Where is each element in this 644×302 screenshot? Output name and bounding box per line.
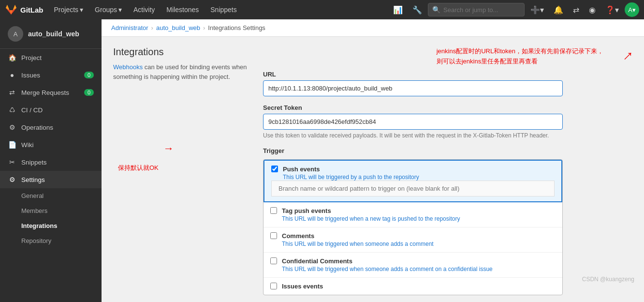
wiki-icon: 📄	[8, 141, 16, 149]
token-help: Use this token to validate received payl…	[263, 132, 563, 140]
trigger-confidential-item: Confidential Comments This URL will be t…	[263, 253, 562, 278]
issues-events-name: Issues events	[282, 283, 323, 290]
trigger-comments-item: Comments This URL will be triggered when…	[263, 227, 562, 253]
nav-groups[interactable]: Groups ▾	[90, 0, 127, 19]
tag-events-checkbox[interactable]	[270, 207, 277, 214]
trigger-issues-item: Issues events	[263, 278, 562, 295]
comments-name: Comments	[282, 232, 434, 240]
sidebar: A auto_build_web 🏠 Project ● Issues 0 ⇄ …	[0, 19, 102, 302]
sidebar-item-project[interactable]: 🏠 Project	[0, 49, 102, 66]
nav-projects[interactable]: Projects ▾	[49, 0, 88, 19]
trigger-label: Trigger	[263, 147, 632, 154]
confidential-comments-checkbox[interactable]	[270, 257, 277, 264]
token-label: Secret Token	[263, 104, 632, 111]
sidebar-item-issues[interactable]: ● Issues 0	[0, 66, 102, 84]
trigger-push-item: Push events This URL will be triggered b…	[263, 160, 562, 202]
token-form-group: Secret Token Use this token to validate …	[263, 104, 632, 140]
comments-desc: This URL will be triggered when someone …	[282, 241, 434, 247]
top-arrow-icon: ↑	[619, 46, 637, 64]
left-arrow-icon: →	[163, 142, 174, 155]
confidential-comments-name: Confidential Comments	[282, 257, 493, 265]
sidebar-item-operations[interactable]: ⚙ Operations	[0, 119, 102, 136]
issues-badge: 0	[84, 72, 94, 78]
sidebar-sub-members[interactable]: Members	[0, 203, 102, 218]
snippets-icon: ✂	[8, 158, 16, 166]
trigger-box: Push events This URL will be triggered b…	[263, 159, 563, 295]
issues-events-checkbox[interactable]	[270, 283, 277, 289]
notifications-icon[interactable]: 🔔	[550, 0, 567, 19]
sidebar-item-wiki[interactable]: 📄 Wiki	[0, 136, 102, 153]
project-name: auto_build_web	[28, 30, 79, 38]
webhooks-link[interactable]: Webhooks	[113, 63, 143, 71]
issues-nav-icon: ●	[8, 71, 16, 79]
chart-icon[interactable]: 📊	[389, 0, 407, 19]
sidebar-item-settings[interactable]: ⚙ Settings	[0, 171, 102, 188]
cicd-icon: ♺	[8, 106, 16, 114]
page-description: Webhooks can be used for binding events …	[113, 62, 249, 81]
gitlab-logo[interactable]: GitLab	[5, 3, 44, 16]
tag-events-name: Tag push events	[282, 207, 460, 214]
breadcrumb-project[interactable]: auto_build_web	[156, 24, 200, 31]
breadcrumb-current: Integrations Settings	[208, 24, 265, 31]
breadcrumb-admin[interactable]: Administrator	[111, 24, 148, 31]
url-input[interactable]	[263, 80, 563, 96]
user-avatar[interactable]: A▾	[625, 2, 639, 17]
merge-badge: 0	[84, 89, 94, 96]
url-label: URL	[263, 71, 632, 78]
settings-icon: ⚙	[8, 176, 16, 183]
search-input[interactable]	[443, 6, 520, 14]
trigger-tag-item: Tag push events This URL will be trigger…	[263, 202, 562, 227]
push-events-checkbox[interactable]	[271, 166, 278, 172]
nav-activity[interactable]: Activity	[129, 0, 160, 19]
top-annotation: jenkins配置时的URL和token，如果没有先前保存记录下来， 则可以去j…	[437, 46, 603, 67]
top-navigation: GitLab Projects ▾ Groups ▾ Activity Mile…	[0, 0, 644, 19]
new-item-button[interactable]: ➕▾	[527, 0, 548, 19]
issues-icon[interactable]: ◉	[585, 0, 600, 19]
comments-checkbox[interactable]	[270, 232, 277, 239]
page-left-panel: Integrations Webhooks can be used for bi…	[113, 46, 249, 302]
url-form-group: URL	[263, 71, 632, 96]
trigger-section: Trigger Push events This URL will be tri…	[263, 147, 632, 295]
search-icon: 🔍	[432, 6, 440, 14]
confidential-comments-desc: This URL will be triggered when someone …	[282, 266, 493, 272]
main-content: Administrator › auto_build_web › Integra…	[102, 19, 644, 302]
sidebar-sub-repository[interactable]: Repository	[0, 233, 102, 248]
page-title: Integrations	[113, 46, 249, 58]
home-icon: 🏠	[8, 54, 16, 61]
sidebar-item-snippets[interactable]: ✂ Snippets	[0, 153, 102, 171]
page-right-panel: jenkins配置时的URL和token，如果没有先前保存记录下来， 则可以去j…	[263, 46, 632, 302]
push-events-name: Push events	[283, 166, 419, 173]
sidebar-item-merge[interactable]: ⇄ Merge Requests 0	[0, 84, 102, 101]
sidebar-sub-general[interactable]: General	[0, 188, 102, 203]
sidebar-item-cicd[interactable]: ♺ CI / CD	[0, 101, 102, 119]
push-events-desc: This URL will be triggered by a push to …	[283, 174, 419, 181]
nav-snippets[interactable]: Snippets	[205, 0, 241, 19]
tag-events-desc: This URL will be triggered when a new ta…	[282, 215, 460, 222]
token-input[interactable]	[263, 114, 563, 130]
operations-icon: ⚙	[8, 123, 16, 131]
wrench-icon[interactable]: 🔧	[409, 0, 426, 19]
help-icon[interactable]: ❓▾	[601, 0, 623, 19]
merge-requests-icon[interactable]: ⇄	[569, 0, 583, 19]
breadcrumb: Administrator › auto_build_web › Integra…	[102, 19, 644, 37]
left-annotation: 保持默认就OK	[118, 164, 159, 172]
merge-nav-icon: ⇄	[8, 89, 16, 96]
project-avatar: A	[8, 26, 23, 42]
sidebar-sub-integrations[interactable]: Integrations	[0, 218, 102, 233]
branch-pattern-input[interactable]	[271, 181, 555, 196]
search-box: 🔍	[428, 3, 525, 16]
sidebar-header: A auto_build_web	[0, 19, 102, 49]
nav-milestones[interactable]: Milestones	[161, 0, 204, 19]
